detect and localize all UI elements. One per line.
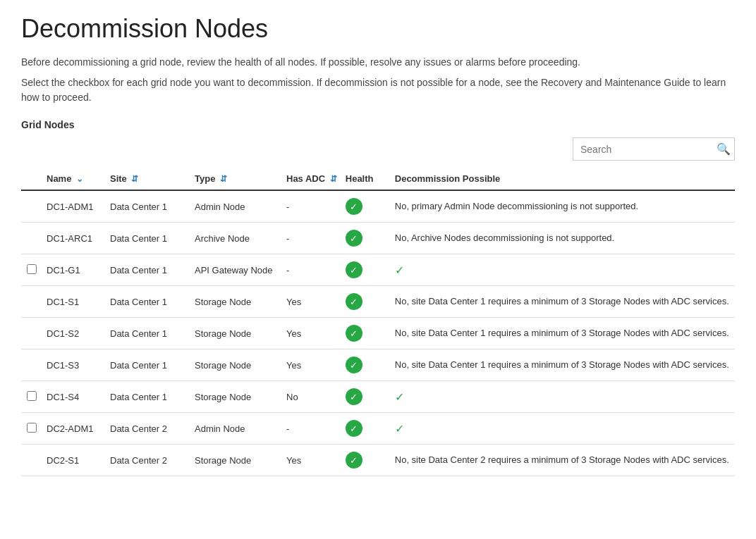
cell-site: Data Center 1 [106,223,190,254]
cell-hasadc: - [282,413,341,445]
cell-name: DC1-G1 [42,254,106,286]
checkbox-cell[interactable] [21,413,42,445]
decommission-check-icon: ✓ [395,423,404,435]
cell-type: Archive Node [190,223,282,254]
table-row: DC1-S1Data Center 1Storage NodeYes✓No, s… [21,286,735,318]
cell-name: DC2-ADM1 [42,413,106,445]
row-checkbox-dc1-g1[interactable] [27,264,37,274]
cell-health: ✓ [341,223,391,254]
section-title: Grid Nodes [21,119,735,130]
col-header-name[interactable]: Name ⌄ [42,168,106,190]
col-header-checkbox [21,168,42,190]
cell-decommission: No, site Data Center 1 requires a minimu… [391,349,735,381]
cell-health: ✓ [341,413,391,445]
cell-name: DC1-S2 [42,318,106,349]
cell-hasadc: Yes [282,286,341,318]
row-checkbox-dc2-adm1[interactable] [27,423,37,433]
grid-nodes-table: Name ⌄ Site ⇵ Type ⇵ Has ADC ⇵ Health De… [21,168,735,476]
col-header-decommission: Decommission Possible [391,168,735,190]
cell-type: Storage Node [190,318,282,349]
cell-name: DC1-S4 [42,381,106,413]
decommission-text: No, site Data Center 1 requires a minimu… [395,328,729,338]
cell-health: ✓ [341,254,391,286]
checkbox-cell [21,349,42,381]
page-title: Decommission Nodes [21,14,735,44]
cell-type: API Gateway Node [190,254,282,286]
cell-decommission: No, Archive Nodes decommissioning is not… [391,223,735,254]
cell-decommission: No, primary Admin Node decommissioning i… [391,190,735,223]
health-ok-icon: ✓ [346,357,362,373]
cell-name: DC1-S1 [42,286,106,318]
cell-site: Data Center 2 [106,413,190,445]
checkbox-cell [21,223,42,254]
cell-hasadc: - [282,223,341,254]
decommission-check-icon: ✓ [395,391,404,403]
checkbox-cell[interactable] [21,254,42,286]
cell-name: DC2-S1 [42,445,106,476]
cell-site: Data Center 1 [106,190,190,223]
health-ok-icon: ✓ [346,261,362,278]
health-ok-icon: ✓ [346,420,362,437]
checkbox-cell [21,445,42,476]
decommission-text: No, site Data Center 1 requires a minimu… [395,359,729,370]
cell-hasadc: Yes [282,349,341,381]
cell-type: Storage Node [190,349,282,381]
hasadc-sort-icon[interactable]: ⇵ [330,174,337,184]
search-button[interactable]: 🔍 [711,138,736,160]
health-ok-icon: ✓ [346,293,362,310]
col-header-site[interactable]: Site ⇵ [106,168,190,190]
col-header-hasadc[interactable]: Has ADC ⇵ [282,168,341,190]
col-header-type[interactable]: Type ⇵ [190,168,282,190]
decommission-text: No, Archive Nodes decommissioning is not… [395,233,614,243]
cell-site: Data Center 2 [106,445,190,476]
table-row: DC1-ARC1Data Center 1Archive Node-✓No, A… [21,223,735,254]
table-header-row: Name ⌄ Site ⇵ Type ⇵ Has ADC ⇵ Health De… [21,168,735,190]
cell-health: ✓ [341,318,391,349]
cell-hasadc: - [282,190,341,223]
table-row: DC2-ADM1Data Center 2Admin Node-✓✓ [21,413,735,445]
checkbox-cell[interactable] [21,381,42,413]
cell-decommission: ✓ [391,381,735,413]
cell-type: Storage Node [190,445,282,476]
table-row: DC1-S2Data Center 1Storage NodeYes✓No, s… [21,318,735,349]
cell-type: Admin Node [190,413,282,445]
search-wrapper: 🔍 [573,137,735,161]
cell-site: Data Center 1 [106,286,190,318]
health-ok-icon: ✓ [346,198,362,215]
col-header-health: Health [341,168,391,190]
table-row: DC1-S3Data Center 1Storage NodeYes✓No, s… [21,349,735,381]
table-row: DC2-S1Data Center 2Storage NodeYes✓No, s… [21,445,735,476]
health-ok-icon: ✓ [346,452,362,469]
search-input[interactable] [573,140,711,159]
cell-hasadc: Yes [282,445,341,476]
cell-health: ✓ [341,286,391,318]
type-sort-icon[interactable]: ⇵ [220,174,227,184]
cell-site: Data Center 1 [106,318,190,349]
row-checkbox-dc1-s4[interactable] [27,391,37,401]
checkbox-cell [21,190,42,223]
health-ok-icon: ✓ [346,388,362,405]
cell-decommission: ✓ [391,254,735,286]
cell-hasadc: No [282,381,341,413]
name-sort-icon[interactable]: ⌄ [76,174,83,184]
cell-decommission: ✓ [391,413,735,445]
cell-health: ✓ [341,445,391,476]
decommission-text: No, primary Admin Node decommissioning i… [395,201,638,211]
checkbox-cell [21,286,42,318]
cell-name: DC1-ADM1 [42,190,106,223]
site-sort-icon[interactable]: ⇵ [131,174,138,184]
decommission-text: No, site Data Center 2 requires a minimu… [395,454,729,465]
cell-type: Storage Node [190,381,282,413]
checkbox-cell [21,318,42,349]
cell-name: DC1-ARC1 [42,223,106,254]
cell-site: Data Center 1 [106,254,190,286]
decommission-text: No, site Data Center 1 requires a minimu… [395,296,729,306]
cell-type: Admin Node [190,190,282,223]
health-ok-icon: ✓ [346,325,362,342]
cell-decommission: No, site Data Center 2 requires a minimu… [391,445,735,476]
table-row: DC1-S4Data Center 1Storage NodeNo✓✓ [21,381,735,413]
cell-health: ✓ [341,381,391,413]
cell-decommission: No, site Data Center 1 requires a minimu… [391,286,735,318]
cell-name: DC1-S3 [42,349,106,381]
cell-site: Data Center 1 [106,381,190,413]
